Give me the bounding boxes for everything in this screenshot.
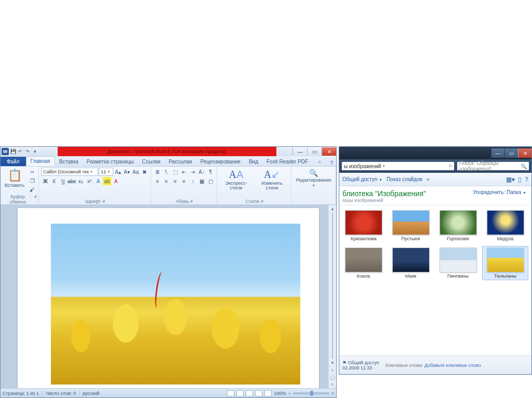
cut-icon[interactable]: ✂ [28,168,36,176]
bold-icon[interactable]: Ж [41,177,49,185]
thumbnail-item[interactable]: Пустыня [388,209,434,243]
scroll-up-icon[interactable]: ▲ [329,205,336,212]
superscript-icon[interactable]: x² [85,177,94,185]
align-right-icon[interactable]: ≡ [171,177,179,185]
file-tab[interactable]: Файл [1,157,26,166]
maximize-button[interactable]: ▭ [504,148,518,158]
dialog-launcher-icon[interactable]: ◢ [190,199,192,204]
font-name-combo[interactable]: Calibri (Основной тек▼ [41,168,98,176]
subscript-icon[interactable]: x₂ [76,177,85,185]
refresh-icon[interactable]: ↻ [449,164,452,168]
maximize-button[interactable]: ▭ [307,147,322,156]
highlight-icon[interactable]: ab [103,177,111,185]
document-area[interactable]: ▲ ▼ ≡ ◯ ≡ [1,205,336,388]
prev-page-icon[interactable]: ≡ [329,366,336,374]
line-spacing-icon[interactable]: ↕ [189,177,197,185]
explorer-search-input[interactable]: Поиск: Образцы изображений 🔍 [457,161,529,171]
help-icon[interactable]: ? [327,160,336,166]
bullets-icon[interactable]: ≣ [153,168,162,176]
thumbnail-item[interactable]: Гортензия [435,209,481,243]
show-marks-icon[interactable]: ¶ [206,168,215,176]
view-print-layout-icon[interactable] [227,390,234,396]
scroll-thumb[interactable] [332,212,333,359]
inserted-image-tulips[interactable] [51,224,300,385]
view-options-icon[interactable]: ▦▾ [506,176,515,183]
status-page[interactable]: Страница: 1 из 1 [3,391,39,396]
shrink-font-icon[interactable]: A▾ [123,168,131,176]
help-icon[interactable]: ? [525,176,528,183]
view-outline-icon[interactable] [255,390,262,396]
ribbon-minimize-icon[interactable]: ^ [315,160,324,166]
italic-icon[interactable]: К [50,177,58,185]
thumbnail-item[interactable]: Хризантема [340,209,387,243]
undo-icon[interactable]: ↶ [17,148,23,155]
dialog-launcher-icon[interactable]: ◢ [34,194,36,204]
status-word-count[interactable]: Число слов: 0 [46,391,76,396]
explorer-titlebar[interactable]: — ▭ ✕ [339,147,531,159]
zoom-slider[interactable] [293,392,329,394]
preview-pane-icon[interactable]: ▯ [518,176,522,183]
qat-dropdown-icon[interactable]: ▾ [32,148,38,155]
thumbnail-item[interactable]: Тюльпаны [482,246,528,280]
borders-icon[interactable]: ▢ [206,177,215,185]
multilevel-icon[interactable]: ⬚ [171,168,179,176]
tab-page-layout[interactable]: Разметка страницы [83,157,138,166]
tab-references[interactable]: Ссылки [138,157,165,166]
clear-formatting-icon[interactable]: ✖ [140,168,149,176]
toolbar-slideshow[interactable]: Показ слайдов [387,176,422,182]
thumbnail-item[interactable]: Пингвины [435,246,481,280]
minimize-button[interactable]: — [292,147,307,156]
toolbar-overflow[interactable]: » [427,176,430,182]
text-effects-icon[interactable]: A [94,177,102,185]
font-size-combo[interactable]: 11▼ [99,168,113,176]
dialog-launcher-icon[interactable]: ◢ [260,199,263,204]
sort-icon[interactable]: A↓ [197,168,206,176]
numbering-icon[interactable]: ⒈ [162,168,170,176]
editing-button[interactable]: 🔍 Редактирование ▼ [294,168,334,188]
view-web-layout-icon[interactable] [246,390,253,396]
change-case-icon[interactable]: Aa [131,168,140,176]
tab-view[interactable]: Вид [245,157,262,166]
thumbnail-item[interactable]: Маяк [388,246,434,280]
decrease-indent-icon[interactable]: ⇤ [180,168,188,176]
copy-icon[interactable]: ❐ [28,176,36,185]
chevron-down-icon[interactable]: ▾ [383,164,385,168]
dialog-launcher-icon[interactable]: ◢ [102,199,104,204]
next-page-icon[interactable]: ≡ [329,381,336,388]
grow-font-icon[interactable]: A▴ [114,168,122,176]
vertical-scrollbar[interactable]: ▲ ▼ ≡ ◯ ≡ [328,205,336,388]
thumbnail-item[interactable]: Медуза [482,209,528,243]
breadcrumb-tail[interactable]: ы изображений [344,163,381,169]
align-center-icon[interactable]: ≡ [162,177,170,185]
zoom-level[interactable]: 100% [274,391,286,396]
arrange-by-value[interactable]: Папка ▼ [507,189,526,195]
increase-indent-icon[interactable]: ⇥ [189,168,197,176]
shading-icon[interactable]: ▦ [197,177,206,185]
tab-review[interactable]: Рецензирование [196,157,245,166]
quick-styles-button[interactable]: AA Экспресс-стили [219,168,253,191]
paste-button[interactable]: 📋 Вставить [3,168,26,189]
add-keyword-link[interactable]: Добавьте ключевое слово [424,363,481,368]
tab-mailings[interactable]: Рассылки [165,157,196,166]
justify-icon[interactable]: ≡ [180,177,188,185]
tab-home[interactable]: Главная [26,156,55,166]
change-styles-button[interactable]: A↙ Изменить стили [255,168,289,191]
tab-foxit[interactable]: Foxit Reader PDF [262,157,312,166]
search-icon[interactable]: 🔍 [521,163,527,169]
font-color-icon[interactable]: A [112,177,120,185]
word-titlebar[interactable]: W 💾 ↶ ↷ ▾ Документ1 - Microsoft Word (Сб… [1,147,336,156]
zoom-out-button[interactable]: − [288,391,290,396]
close-button[interactable]: ✕ [518,148,531,158]
thumbnail-item[interactable]: Коала [340,246,387,280]
address-bar[interactable]: ы изображений ▾ ↻ [341,161,455,171]
view-full-screen-icon[interactable] [236,390,244,396]
zoom-in-button[interactable]: + [331,391,334,396]
toolbar-share[interactable]: Общий доступ ▼ [342,176,382,182]
save-icon[interactable]: 💾 [10,148,16,155]
browse-object-icon[interactable]: ◯ [329,374,336,381]
minimize-button[interactable]: — [491,148,504,158]
strikethrough-icon[interactable]: abc [68,177,76,185]
align-left-icon[interactable]: ≡ [153,177,162,185]
underline-icon[interactable]: Ч [59,177,67,185]
redo-icon[interactable]: ↷ [24,148,31,155]
